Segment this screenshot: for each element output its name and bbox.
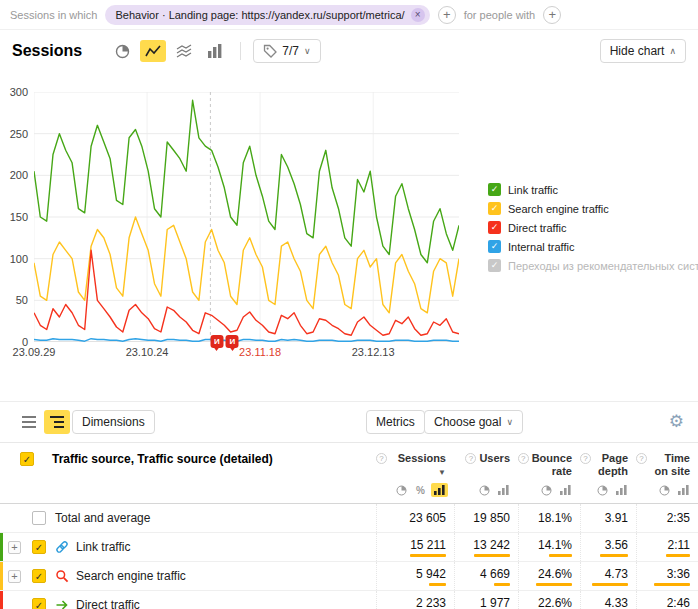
flat-list-view-button[interactable] <box>16 410 42 434</box>
y-axis-label: 300 <box>10 86 28 98</box>
column-chart-icon <box>208 44 222 58</box>
cell-sessions: 23 605 <box>376 504 454 532</box>
help-icon[interactable]: ? <box>580 453 591 464</box>
cell-value: 13 242 <box>473 538 510 552</box>
cell-users: 13 242 <box>454 533 518 561</box>
display-bars-toggle-icon[interactable] <box>675 483 692 497</box>
legend-checkbox[interactable]: ✓ <box>488 221 501 234</box>
legend-item[interactable]: ✓Direct traffic <box>488 218 698 237</box>
dimensions-button[interactable]: Dimensions <box>72 410 155 434</box>
choose-goal-dropdown[interactable]: Choose goal ∨ <box>424 410 523 434</box>
table-row[interactable]: +✓Link traffic15 21113 24214.1%3.562:11 <box>0 533 698 562</box>
help-icon[interactable]: ? <box>465 453 476 464</box>
display-pie-toggle-icon[interactable] <box>594 483 611 497</box>
add-people-filter-button[interactable]: + <box>543 6 561 24</box>
goals-dropdown[interactable]: 7/7 ∨ <box>253 39 320 63</box>
legend-item[interactable]: ✓Переходы из рекомендательных систем <box>488 256 698 275</box>
cell-depth: 4.33 <box>580 591 636 609</box>
help-icon[interactable]: ? <box>518 453 529 464</box>
column-header-bounce[interactable]: ?Bounce rate <box>518 452 580 478</box>
row-label[interactable]: Link traffic <box>76 540 130 554</box>
choose-goal-label: Choose goal <box>434 415 501 429</box>
row-checkbox[interactable]: ✓ <box>32 540 46 554</box>
column-header-users[interactable]: ?Users <box>454 452 518 478</box>
display-pie-toggle-icon[interactable] <box>656 483 673 497</box>
cell-value: 5 942 <box>416 567 446 581</box>
mini-bar <box>654 583 690 586</box>
legend-checkbox[interactable]: ✓ <box>488 183 501 196</box>
expand-row-button[interactable]: + <box>8 570 21 583</box>
display-pie-toggle-icon[interactable] <box>476 483 493 497</box>
plot-area: 23.09.2923.10.2423.11.1823.12.13 ИИ <box>34 92 459 342</box>
segment-chip[interactable]: Behavior · Landing page: https://yandex.… <box>105 5 429 25</box>
cell-value: 19 850 <box>473 511 510 525</box>
stacked-area-icon <box>176 44 192 58</box>
row-label[interactable]: Search engine traffic <box>76 569 186 583</box>
mini-bar <box>429 583 446 586</box>
cell-value: 2 233 <box>416 596 446 609</box>
gear-icon[interactable]: ⚙ <box>669 411 684 431</box>
add-segment-button[interactable]: + <box>438 6 456 24</box>
display-bars-toggle-icon[interactable] <box>495 483 512 497</box>
display-bars-toggle-icon[interactable] <box>613 483 630 497</box>
hide-chart-button[interactable]: Hide chart ∧ <box>600 39 686 63</box>
chart-type-line-button[interactable] <box>140 40 166 62</box>
annotation-marker[interactable]: И <box>210 335 223 348</box>
display-bars-toggle-icon[interactable] <box>557 483 574 497</box>
expand-row-button[interactable]: + <box>8 541 21 554</box>
cell-value: 23 605 <box>409 511 446 525</box>
column-header-depth[interactable]: ?Page depth <box>580 452 636 478</box>
chevron-down-icon: ∨ <box>506 417 513 427</box>
legend-label: Direct traffic <box>508 222 566 234</box>
row-checkbox[interactable]: ✓ <box>32 569 46 583</box>
help-icon[interactable]: ? <box>376 453 387 464</box>
filter-suffix-label: for people with <box>464 9 536 21</box>
chart-type-columns-button[interactable] <box>202 40 228 62</box>
sessions-line-chart <box>34 92 459 342</box>
line-chart-icon <box>145 44 161 58</box>
cell-depth: 3.56 <box>580 533 636 561</box>
legend-item[interactable]: ✓Search engine traffic <box>488 199 698 218</box>
metrics-button[interactable]: Metrics <box>366 410 425 434</box>
cell-value: 15 211 <box>410 538 446 552</box>
column-header-time[interactable]: ?Time on site <box>636 452 698 478</box>
cell-time: 2:46 <box>636 591 698 609</box>
y-axis-label: 150 <box>10 211 28 223</box>
column-header-sessions[interactable]: ?Sessions ▼ <box>376 452 454 478</box>
x-axis-label: 23.10.24 <box>126 346 169 358</box>
legend-checkbox[interactable]: ✓ <box>488 259 501 272</box>
filter-prefix-label: Sessions in which <box>10 9 97 21</box>
cell-bounce: 18.1% <box>518 504 580 532</box>
table-row[interactable]: +✓Search engine traffic5 9424 66924.6%4.… <box>0 562 698 591</box>
display-bars-toggle-icon[interactable] <box>431 483 448 497</box>
legend-label: Переходы из рекомендательных систем <box>508 260 698 272</box>
table-header: ✓ Traffic source, Traffic source (detail… <box>0 442 698 478</box>
row-label[interactable]: Direct traffic <box>76 598 140 609</box>
row-label[interactable]: Total and average <box>55 511 150 525</box>
display-pie-toggle-icon[interactable] <box>538 483 555 497</box>
legend-item[interactable]: ✓Internal traffic <box>488 237 698 256</box>
annotation-marker[interactable]: И <box>226 335 239 348</box>
table-row[interactable]: ✓Direct traffic2 2331 97722.6%4.332:46 <box>0 591 698 609</box>
select-all-checkbox[interactable]: ✓ <box>20 452 34 466</box>
dimensions-label: Dimensions <box>82 415 145 429</box>
chart-type-pie-button[interactable] <box>109 40 135 62</box>
help-icon[interactable]: ? <box>636 453 647 464</box>
legend-checkbox[interactable]: ✓ <box>488 202 501 215</box>
tag-icon <box>263 44 277 58</box>
row-checkbox[interactable] <box>32 511 46 525</box>
row-checkbox[interactable]: ✓ <box>32 598 46 609</box>
display-percent-toggle-icon[interactable]: % <box>412 483 429 497</box>
display-pie-toggle-icon[interactable] <box>393 483 410 497</box>
close-icon[interactable]: × <box>411 8 425 22</box>
cell-bounce: 22.6% <box>518 591 580 609</box>
legend-checkbox[interactable]: ✓ <box>488 240 501 253</box>
cell-users: 4 669 <box>454 562 518 590</box>
filter-bar: Sessions in which Behavior · Landing pag… <box>0 0 698 30</box>
chart-type-stacked-button[interactable] <box>171 40 197 62</box>
mini-bar <box>549 554 572 557</box>
mini-bar <box>592 583 628 586</box>
legend-item[interactable]: ✓Link traffic <box>488 180 698 199</box>
table-row[interactable]: Total and average23 60519 85018.1%3.912:… <box>0 504 698 533</box>
tree-view-button[interactable] <box>44 410 70 434</box>
